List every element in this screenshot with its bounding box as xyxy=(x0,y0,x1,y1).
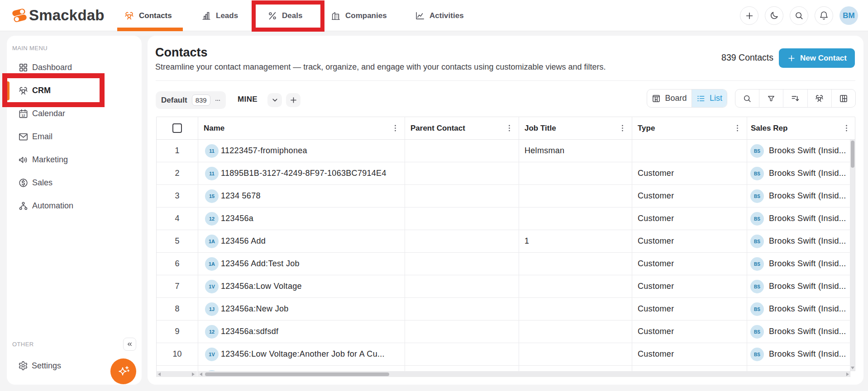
svg-text:12: 12 xyxy=(22,114,25,118)
